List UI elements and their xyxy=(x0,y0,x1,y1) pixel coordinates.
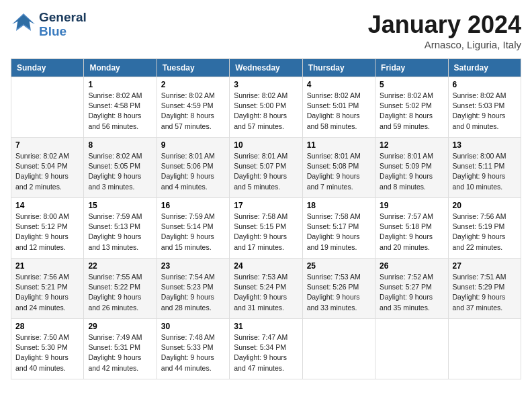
calendar-week-4: 21Sunrise: 7:56 AMSunset: 5:21 PMDayligh… xyxy=(11,259,521,319)
logo: General Blue xyxy=(11,11,87,39)
col-header-friday: Friday xyxy=(375,59,448,77)
col-header-saturday: Saturday xyxy=(448,59,521,77)
calendar-cell: 13Sunrise: 8:00 AMSunset: 5:11 PMDayligh… xyxy=(448,138,521,198)
calendar-week-3: 14Sunrise: 8:00 AMSunset: 5:12 PMDayligh… xyxy=(11,198,521,259)
day-number: 4 xyxy=(307,80,371,89)
calendar-cell: 27Sunrise: 7:51 AMSunset: 5:29 PMDayligh… xyxy=(448,259,521,319)
calendar-cell: 11Sunrise: 8:01 AMSunset: 5:08 PMDayligh… xyxy=(302,138,375,198)
day-number: 18 xyxy=(307,201,371,210)
calendar-cell: 28Sunrise: 7:50 AMSunset: 5:30 PMDayligh… xyxy=(11,319,84,379)
day-info: Sunrise: 7:52 AMSunset: 5:27 PMDaylight:… xyxy=(380,272,443,313)
day-number: 9 xyxy=(161,140,225,150)
calendar-cell: 30Sunrise: 7:48 AMSunset: 5:33 PMDayligh… xyxy=(157,319,229,379)
calendar-cell xyxy=(302,319,375,379)
calendar-cell: 6Sunrise: 8:02 AMSunset: 5:03 PMDaylight… xyxy=(448,77,521,138)
calendar-cell xyxy=(11,77,84,138)
day-number: 25 xyxy=(307,261,371,271)
day-number: 2 xyxy=(161,80,225,89)
day-info: Sunrise: 8:02 AMSunset: 5:00 PMDaylight:… xyxy=(234,91,298,132)
day-number: 1 xyxy=(88,80,152,89)
day-info: Sunrise: 7:59 AMSunset: 5:13 PMDaylight:… xyxy=(88,212,152,253)
day-number: 16 xyxy=(161,201,225,210)
day-info: Sunrise: 8:00 AMSunset: 5:11 PMDaylight:… xyxy=(453,151,517,192)
day-info: Sunrise: 8:00 AMSunset: 5:12 PMDaylight:… xyxy=(15,212,79,253)
day-info: Sunrise: 8:01 AMSunset: 5:09 PMDaylight:… xyxy=(380,151,443,192)
day-number: 5 xyxy=(380,80,443,89)
day-number: 22 xyxy=(88,261,152,271)
day-number: 21 xyxy=(15,261,79,271)
calendar-week-2: 7Sunrise: 8:02 AMSunset: 5:04 PMDaylight… xyxy=(11,138,521,198)
calendar-cell: 10Sunrise: 8:01 AMSunset: 5:07 PMDayligh… xyxy=(230,138,302,198)
calendar-cell: 12Sunrise: 8:01 AMSunset: 5:09 PMDayligh… xyxy=(375,138,448,198)
day-number: 24 xyxy=(234,261,298,271)
calendar-cell: 1Sunrise: 8:02 AMSunset: 4:58 PMDaylight… xyxy=(84,77,157,138)
day-info: Sunrise: 7:53 AMSunset: 5:24 PMDaylight:… xyxy=(234,272,298,313)
calendar-table: SundayMondayTuesdayWednesdayThursdayFrid… xyxy=(11,58,521,379)
day-info: Sunrise: 8:01 AMSunset: 5:07 PMDaylight:… xyxy=(234,151,298,192)
day-info: Sunrise: 8:02 AMSunset: 5:02 PMDaylight:… xyxy=(380,91,443,132)
calendar-week-5: 28Sunrise: 7:50 AMSunset: 5:30 PMDayligh… xyxy=(11,319,521,379)
col-header-tuesday: Tuesday xyxy=(157,59,229,77)
day-number: 8 xyxy=(88,140,152,150)
day-number: 29 xyxy=(88,322,152,331)
day-info: Sunrise: 7:54 AMSunset: 5:23 PMDaylight:… xyxy=(161,272,225,313)
calendar-cell: 24Sunrise: 7:53 AMSunset: 5:24 PMDayligh… xyxy=(230,259,302,319)
calendar-cell: 25Sunrise: 7:53 AMSunset: 5:26 PMDayligh… xyxy=(302,259,375,319)
day-info: Sunrise: 7:57 AMSunset: 5:18 PMDaylight:… xyxy=(380,212,443,253)
day-info: Sunrise: 7:58 AMSunset: 5:15 PMDaylight:… xyxy=(234,212,298,253)
calendar-cell: 8Sunrise: 8:02 AMSunset: 5:05 PMDaylight… xyxy=(84,138,157,198)
day-number: 10 xyxy=(234,140,298,150)
calendar-cell: 23Sunrise: 7:54 AMSunset: 5:23 PMDayligh… xyxy=(157,259,229,319)
day-number: 13 xyxy=(453,140,517,150)
col-header-wednesday: Wednesday xyxy=(230,59,302,77)
day-number: 19 xyxy=(380,201,443,210)
day-info: Sunrise: 7:59 AMSunset: 5:14 PMDaylight:… xyxy=(161,212,225,253)
day-info: Sunrise: 7:53 AMSunset: 5:26 PMDaylight:… xyxy=(307,272,371,313)
day-number: 20 xyxy=(453,201,517,210)
day-info: Sunrise: 7:49 AMSunset: 5:31 PMDaylight:… xyxy=(88,332,152,373)
calendar-cell xyxy=(375,319,448,379)
day-number: 28 xyxy=(15,322,79,331)
day-info: Sunrise: 7:51 AMSunset: 5:29 PMDaylight:… xyxy=(453,272,517,313)
logo-icon xyxy=(11,11,36,36)
day-info: Sunrise: 7:56 AMSunset: 5:21 PMDaylight:… xyxy=(15,272,79,313)
calendar-cell: 19Sunrise: 7:57 AMSunset: 5:18 PMDayligh… xyxy=(375,198,448,259)
calendar-week-1: 1Sunrise: 8:02 AMSunset: 4:58 PMDaylight… xyxy=(11,77,521,138)
day-number: 6 xyxy=(453,80,517,89)
col-header-thursday: Thursday xyxy=(302,59,375,77)
day-info: Sunrise: 8:02 AMSunset: 5:05 PMDaylight:… xyxy=(88,151,152,192)
day-info: Sunrise: 8:02 AMSunset: 5:03 PMDaylight:… xyxy=(453,91,517,132)
day-number: 23 xyxy=(161,261,225,271)
calendar-cell: 18Sunrise: 7:58 AMSunset: 5:17 PMDayligh… xyxy=(302,198,375,259)
page-header: General Blue January 2024 Arnasco, Ligur… xyxy=(11,11,521,50)
calendar-cell: 15Sunrise: 7:59 AMSunset: 5:13 PMDayligh… xyxy=(84,198,157,259)
day-info: Sunrise: 8:02 AMSunset: 5:04 PMDaylight:… xyxy=(15,151,79,192)
day-info: Sunrise: 7:58 AMSunset: 5:17 PMDaylight:… xyxy=(307,212,371,253)
calendar-cell: 9Sunrise: 8:01 AMSunset: 5:06 PMDaylight… xyxy=(157,138,229,198)
day-number: 12 xyxy=(380,140,443,150)
calendar-cell: 26Sunrise: 7:52 AMSunset: 5:27 PMDayligh… xyxy=(375,259,448,319)
calendar-header-row: SundayMondayTuesdayWednesdayThursdayFrid… xyxy=(11,59,521,77)
day-number: 31 xyxy=(234,322,298,331)
day-info: Sunrise: 7:48 AMSunset: 5:33 PMDaylight:… xyxy=(161,332,225,373)
col-header-sunday: Sunday xyxy=(11,59,84,77)
month-title: January 2024 xyxy=(368,11,521,39)
day-number: 30 xyxy=(161,322,225,331)
day-info: Sunrise: 8:02 AMSunset: 5:01 PMDaylight:… xyxy=(307,91,371,132)
logo-general-text: General xyxy=(39,10,87,24)
day-info: Sunrise: 7:47 AMSunset: 5:34 PMDaylight:… xyxy=(234,332,298,373)
day-info: Sunrise: 7:55 AMSunset: 5:22 PMDaylight:… xyxy=(88,272,152,313)
calendar-cell: 16Sunrise: 7:59 AMSunset: 5:14 PMDayligh… xyxy=(157,198,229,259)
calendar-cell: 17Sunrise: 7:58 AMSunset: 5:15 PMDayligh… xyxy=(230,198,302,259)
calendar-cell: 22Sunrise: 7:55 AMSunset: 5:22 PMDayligh… xyxy=(84,259,157,319)
col-header-monday: Monday xyxy=(84,59,157,77)
day-number: 27 xyxy=(453,261,517,271)
day-number: 14 xyxy=(15,201,79,210)
calendar-cell: 2Sunrise: 8:02 AMSunset: 4:59 PMDaylight… xyxy=(157,77,229,138)
location-subtitle: Arnasco, Liguria, Italy xyxy=(368,39,521,50)
calendar-cell: 7Sunrise: 8:02 AMSunset: 5:04 PMDaylight… xyxy=(11,138,84,198)
title-area: January 2024 Arnasco, Liguria, Italy xyxy=(368,11,521,50)
day-number: 3 xyxy=(234,80,298,89)
calendar-cell: 5Sunrise: 8:02 AMSunset: 5:02 PMDaylight… xyxy=(375,77,448,138)
day-info: Sunrise: 7:50 AMSunset: 5:30 PMDaylight:… xyxy=(15,332,79,373)
